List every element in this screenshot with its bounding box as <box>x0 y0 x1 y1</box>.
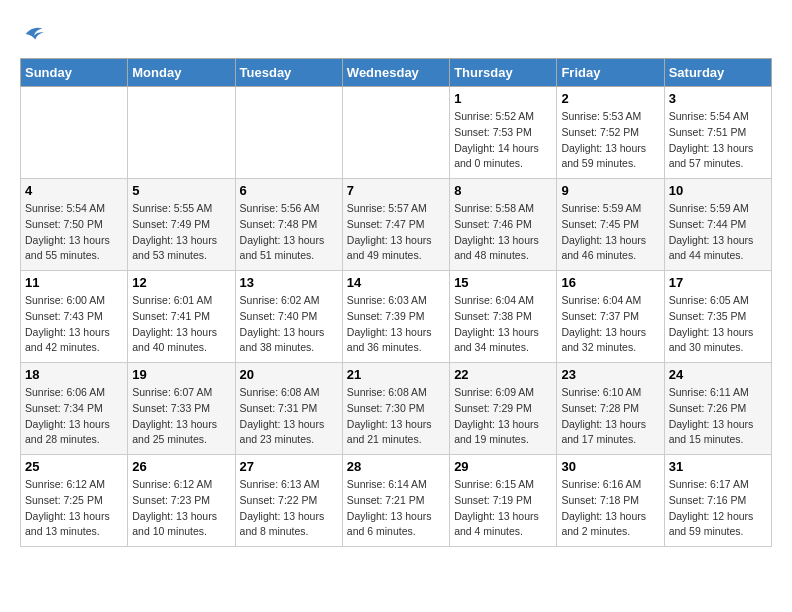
day-number: 9 <box>561 183 659 198</box>
weekday-header-tuesday: Tuesday <box>235 59 342 87</box>
calendar-cell: 27Sunrise: 6:13 AMSunset: 7:22 PMDayligh… <box>235 455 342 547</box>
day-number: 1 <box>454 91 552 106</box>
weekday-header-row: SundayMondayTuesdayWednesdayThursdayFrid… <box>21 59 772 87</box>
day-info: Sunrise: 6:03 AMSunset: 7:39 PMDaylight:… <box>347 293 445 356</box>
day-info: Sunrise: 5:56 AMSunset: 7:48 PMDaylight:… <box>240 201 338 264</box>
day-info: Sunrise: 6:13 AMSunset: 7:22 PMDaylight:… <box>240 477 338 540</box>
day-number: 5 <box>132 183 230 198</box>
day-number: 18 <box>25 367 123 382</box>
day-number: 27 <box>240 459 338 474</box>
calendar-cell: 10Sunrise: 5:59 AMSunset: 7:44 PMDayligh… <box>664 179 771 271</box>
calendar-week-5: 25Sunrise: 6:12 AMSunset: 7:25 PMDayligh… <box>21 455 772 547</box>
calendar-cell: 28Sunrise: 6:14 AMSunset: 7:21 PMDayligh… <box>342 455 449 547</box>
day-number: 15 <box>454 275 552 290</box>
day-number: 8 <box>454 183 552 198</box>
day-info: Sunrise: 5:55 AMSunset: 7:49 PMDaylight:… <box>132 201 230 264</box>
day-info: Sunrise: 5:53 AMSunset: 7:52 PMDaylight:… <box>561 109 659 172</box>
day-number: 10 <box>669 183 767 198</box>
day-info: Sunrise: 6:00 AMSunset: 7:43 PMDaylight:… <box>25 293 123 356</box>
day-number: 3 <box>669 91 767 106</box>
calendar-cell: 1Sunrise: 5:52 AMSunset: 7:53 PMDaylight… <box>450 87 557 179</box>
weekday-header-sunday: Sunday <box>21 59 128 87</box>
calendar-week-3: 11Sunrise: 6:00 AMSunset: 7:43 PMDayligh… <box>21 271 772 363</box>
day-info: Sunrise: 6:04 AMSunset: 7:37 PMDaylight:… <box>561 293 659 356</box>
calendar-cell: 31Sunrise: 6:17 AMSunset: 7:16 PMDayligh… <box>664 455 771 547</box>
day-number: 11 <box>25 275 123 290</box>
calendar-cell: 29Sunrise: 6:15 AMSunset: 7:19 PMDayligh… <box>450 455 557 547</box>
weekday-header-wednesday: Wednesday <box>342 59 449 87</box>
day-number: 31 <box>669 459 767 474</box>
calendar-table: SundayMondayTuesdayWednesdayThursdayFrid… <box>20 58 772 547</box>
day-info: Sunrise: 5:54 AMSunset: 7:50 PMDaylight:… <box>25 201 123 264</box>
day-number: 28 <box>347 459 445 474</box>
calendar-cell: 15Sunrise: 6:04 AMSunset: 7:38 PMDayligh… <box>450 271 557 363</box>
calendar-cell: 30Sunrise: 6:16 AMSunset: 7:18 PMDayligh… <box>557 455 664 547</box>
day-number: 13 <box>240 275 338 290</box>
day-info: Sunrise: 6:15 AMSunset: 7:19 PMDaylight:… <box>454 477 552 540</box>
day-number: 24 <box>669 367 767 382</box>
day-info: Sunrise: 6:06 AMSunset: 7:34 PMDaylight:… <box>25 385 123 448</box>
day-info: Sunrise: 6:16 AMSunset: 7:18 PMDaylight:… <box>561 477 659 540</box>
day-info: Sunrise: 6:01 AMSunset: 7:41 PMDaylight:… <box>132 293 230 356</box>
calendar-week-1: 1Sunrise: 5:52 AMSunset: 7:53 PMDaylight… <box>21 87 772 179</box>
day-number: 2 <box>561 91 659 106</box>
day-number: 25 <box>25 459 123 474</box>
calendar-cell <box>342 87 449 179</box>
weekday-header-monday: Monday <box>128 59 235 87</box>
day-info: Sunrise: 6:08 AMSunset: 7:31 PMDaylight:… <box>240 385 338 448</box>
day-info: Sunrise: 6:12 AMSunset: 7:23 PMDaylight:… <box>132 477 230 540</box>
day-info: Sunrise: 6:14 AMSunset: 7:21 PMDaylight:… <box>347 477 445 540</box>
calendar-cell: 2Sunrise: 5:53 AMSunset: 7:52 PMDaylight… <box>557 87 664 179</box>
calendar-cell: 18Sunrise: 6:06 AMSunset: 7:34 PMDayligh… <box>21 363 128 455</box>
calendar-cell <box>235 87 342 179</box>
day-number: 17 <box>669 275 767 290</box>
day-info: Sunrise: 5:59 AMSunset: 7:44 PMDaylight:… <box>669 201 767 264</box>
calendar-cell: 20Sunrise: 6:08 AMSunset: 7:31 PMDayligh… <box>235 363 342 455</box>
day-number: 30 <box>561 459 659 474</box>
calendar-cell: 14Sunrise: 6:03 AMSunset: 7:39 PMDayligh… <box>342 271 449 363</box>
day-info: Sunrise: 5:54 AMSunset: 7:51 PMDaylight:… <box>669 109 767 172</box>
calendar-cell: 24Sunrise: 6:11 AMSunset: 7:26 PMDayligh… <box>664 363 771 455</box>
calendar-cell: 4Sunrise: 5:54 AMSunset: 7:50 PMDaylight… <box>21 179 128 271</box>
calendar-cell: 13Sunrise: 6:02 AMSunset: 7:40 PMDayligh… <box>235 271 342 363</box>
weekday-header-saturday: Saturday <box>664 59 771 87</box>
day-info: Sunrise: 5:58 AMSunset: 7:46 PMDaylight:… <box>454 201 552 264</box>
calendar-cell: 8Sunrise: 5:58 AMSunset: 7:46 PMDaylight… <box>450 179 557 271</box>
calendar-cell: 11Sunrise: 6:00 AMSunset: 7:43 PMDayligh… <box>21 271 128 363</box>
day-number: 4 <box>25 183 123 198</box>
logo-icon <box>20 20 48 48</box>
calendar-cell: 3Sunrise: 5:54 AMSunset: 7:51 PMDaylight… <box>664 87 771 179</box>
day-info: Sunrise: 6:05 AMSunset: 7:35 PMDaylight:… <box>669 293 767 356</box>
day-info: Sunrise: 6:17 AMSunset: 7:16 PMDaylight:… <box>669 477 767 540</box>
calendar-cell: 26Sunrise: 6:12 AMSunset: 7:23 PMDayligh… <box>128 455 235 547</box>
day-info: Sunrise: 5:59 AMSunset: 7:45 PMDaylight:… <box>561 201 659 264</box>
day-info: Sunrise: 6:09 AMSunset: 7:29 PMDaylight:… <box>454 385 552 448</box>
day-number: 7 <box>347 183 445 198</box>
day-number: 23 <box>561 367 659 382</box>
calendar-cell: 23Sunrise: 6:10 AMSunset: 7:28 PMDayligh… <box>557 363 664 455</box>
day-number: 26 <box>132 459 230 474</box>
calendar-cell: 6Sunrise: 5:56 AMSunset: 7:48 PMDaylight… <box>235 179 342 271</box>
calendar-cell: 7Sunrise: 5:57 AMSunset: 7:47 PMDaylight… <box>342 179 449 271</box>
day-info: Sunrise: 6:10 AMSunset: 7:28 PMDaylight:… <box>561 385 659 448</box>
calendar-cell <box>21 87 128 179</box>
calendar-week-2: 4Sunrise: 5:54 AMSunset: 7:50 PMDaylight… <box>21 179 772 271</box>
calendar-cell: 12Sunrise: 6:01 AMSunset: 7:41 PMDayligh… <box>128 271 235 363</box>
day-number: 21 <box>347 367 445 382</box>
day-number: 14 <box>347 275 445 290</box>
day-number: 29 <box>454 459 552 474</box>
day-info: Sunrise: 6:02 AMSunset: 7:40 PMDaylight:… <box>240 293 338 356</box>
day-number: 19 <box>132 367 230 382</box>
day-info: Sunrise: 5:52 AMSunset: 7:53 PMDaylight:… <box>454 109 552 172</box>
weekday-header-thursday: Thursday <box>450 59 557 87</box>
day-number: 6 <box>240 183 338 198</box>
calendar-cell: 22Sunrise: 6:09 AMSunset: 7:29 PMDayligh… <box>450 363 557 455</box>
weekday-header-friday: Friday <box>557 59 664 87</box>
page-header <box>20 20 772 48</box>
day-number: 20 <box>240 367 338 382</box>
day-info: Sunrise: 6:07 AMSunset: 7:33 PMDaylight:… <box>132 385 230 448</box>
day-number: 16 <box>561 275 659 290</box>
day-info: Sunrise: 6:04 AMSunset: 7:38 PMDaylight:… <box>454 293 552 356</box>
calendar-week-4: 18Sunrise: 6:06 AMSunset: 7:34 PMDayligh… <box>21 363 772 455</box>
day-info: Sunrise: 5:57 AMSunset: 7:47 PMDaylight:… <box>347 201 445 264</box>
